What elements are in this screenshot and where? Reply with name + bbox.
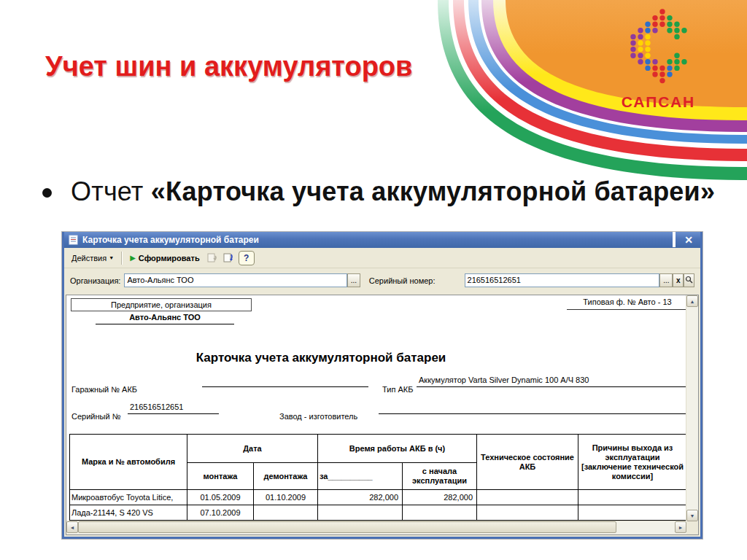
report-title: Карточка учета аккумуляторной батареи — [163, 351, 479, 365]
generate-button[interactable]: ▶ Сформировать — [125, 252, 204, 265]
garage-number-blank — [202, 376, 368, 387]
bullet-text: Отчет «Карточка учета аккумуляторной бат… — [71, 176, 715, 207]
report-area[interactable]: Предприятие, организация Типовая ф. № Ав… — [66, 295, 699, 535]
toolbar-separator — [121, 252, 123, 265]
scroll-left-button[interactable]: ◄ — [66, 521, 78, 533]
filter-row: Организация: Авто-Альянс ТОО ... Серийны… — [64, 268, 700, 292]
arrow-down-icon: ▼ — [690, 513, 695, 518]
window-titlebar[interactable]: Карточка учета аккумуляторной батареи ✕ — [64, 232, 700, 248]
report-window-icon — [69, 235, 79, 245]
report-settings-button[interactable] — [221, 251, 236, 265]
actions-menu-button[interactable]: Действия ▼ — [67, 252, 118, 265]
cell-condition — [477, 505, 578, 521]
arrow-left-icon: ◄ — [70, 525, 75, 530]
factory-blank — [379, 402, 686, 414]
cell-condition — [477, 490, 578, 505]
generate-label: Сформировать — [139, 254, 200, 262]
organization-label: Организация: — [70, 276, 120, 285]
slide-title: Учет шин и аккумуляторов — [45, 51, 412, 82]
serial-label: Серийный № — [71, 412, 120, 421]
bullet-line: Отчет «Карточка учета аккумуляторной бат… — [42, 176, 715, 207]
arrow-up-icon: ▲ — [690, 299, 695, 304]
maximize-icon — [673, 231, 676, 247]
cell-mount-date: 01.05.2009 — [187, 490, 254, 505]
col-dismount-header: демонтажа — [254, 463, 318, 490]
col-vehicle-header: Марка и № автомобиля — [70, 435, 187, 490]
col-per-header: за__________ — [318, 463, 403, 490]
brand-logo: САПСАН — [613, 7, 704, 111]
save-settings-button[interactable] — [205, 251, 220, 265]
chevron-down-icon: ▼ — [109, 255, 114, 260]
bullet-marker-icon — [42, 188, 52, 198]
garage-number-label: Гаражный № АКБ — [71, 385, 137, 394]
horizontal-scrollbar[interactable]: ◄ ► — [66, 521, 686, 534]
report-form-code: Типовая ф. № Авто - 13 — [567, 298, 686, 310]
report-org-box: Предприятие, организация — [71, 298, 252, 311]
report-org-name: Авто-Альянс ТОО — [96, 313, 234, 324]
cell-reasons — [578, 505, 687, 521]
battery-type-value: Аккумулятор Varta Silver Dynamic 100 А/Ч… — [417, 376, 686, 387]
organization-input[interactable]: Авто-Альянс ТОО — [124, 273, 347, 287]
help-button[interactable]: ? — [239, 251, 255, 265]
group-date-header: Дата — [187, 435, 318, 463]
battery-type-label: Тип АКБ — [382, 385, 413, 394]
cell-vehicle: Лада-21144, S 420 VS — [70, 505, 187, 521]
report-canvas: Предприятие, организация Типовая ф. № Ав… — [66, 295, 686, 521]
cell-dismount-date — [254, 505, 318, 521]
col-mount-header: монтажа — [187, 463, 254, 490]
cell-hours-since: 282,000 — [403, 490, 477, 505]
vertical-scrollbar[interactable]: ▲ ▼ — [686, 295, 698, 521]
scroll-down-button[interactable]: ▼ — [686, 510, 698, 521]
play-icon: ▶ — [130, 254, 136, 262]
col-since-header: с начала эксплуатации — [403, 463, 477, 490]
serial-number-input[interactable]: 216516512651 — [465, 273, 660, 287]
cell-hours-per — [318, 505, 403, 521]
magnifier-icon — [685, 276, 693, 284]
serial-clear-button[interactable]: x — [673, 273, 684, 287]
organization-browse-button[interactable]: ... — [347, 273, 360, 287]
bullet-prefix: Отчет — [71, 176, 151, 206]
serial-number-label: Серийный номер: — [369, 276, 436, 285]
close-button[interactable]: ✕ — [684, 235, 693, 245]
table-row: Лада-21144, S 420 VS 07.10.2009 — [70, 505, 687, 521]
page-disabled-icon — [206, 252, 218, 264]
cell-reasons — [578, 490, 687, 505]
brand-logo-text: САПСАН — [613, 93, 704, 111]
serial-value: 216516512651 — [128, 402, 219, 414]
help-label: ? — [244, 253, 249, 263]
factory-label: Завод - изготовитель — [279, 412, 357, 421]
cell-vehicle: Микроавтобус Toyota Litice, — [70, 490, 187, 505]
window-title: Карточка учета аккумуляторной батареи — [82, 235, 664, 245]
col-condition-header: Техническое состояние АКБ — [477, 435, 578, 490]
maximize-button[interactable] — [673, 233, 676, 246]
logo-dot-mark-icon — [619, 7, 699, 89]
serial-search-button[interactable] — [684, 273, 694, 287]
bullet-emphasis: «Карточка учета аккумуляторной батареи» — [151, 176, 715, 206]
scroll-right-button[interactable]: ► — [675, 521, 686, 533]
horizontal-scroll-thumb[interactable] — [78, 521, 616, 533]
toolbar: Действия ▼ ▶ Сформировать — [64, 248, 700, 268]
cell-mount-date: 07.10.2009 — [187, 505, 254, 521]
table-row: Микроавтобус Toyota Litice, 01.05.2009 0… — [70, 490, 687, 505]
scrollbar-corner — [686, 521, 698, 534]
actions-menu-label: Действия — [71, 254, 107, 262]
slide: САПСАН Учет шин и аккумуляторов Отчет «К… — [0, 0, 747, 560]
serial-browse-button[interactable]: ... — [659, 273, 673, 287]
page-arrow-down-icon — [222, 252, 234, 264]
cell-dismount-date: 01.10.2009 — [254, 490, 318, 505]
group-time-header: Время работы АКБ в (ч) — [318, 435, 477, 463]
report-table: Марка и № автомобиля Дата Время работы А… — [69, 434, 686, 521]
scroll-up-button[interactable]: ▲ — [686, 295, 698, 307]
app-window: Карточка учета аккумуляторной батареи ✕ … — [62, 232, 703, 539]
col-reasons-header: Причины выхода из эксплуатации [заключен… — [578, 435, 687, 490]
cell-hours-per: 282,000 — [318, 490, 403, 505]
cell-hours-since — [403, 505, 477, 521]
arrow-right-icon: ► — [678, 525, 684, 530]
